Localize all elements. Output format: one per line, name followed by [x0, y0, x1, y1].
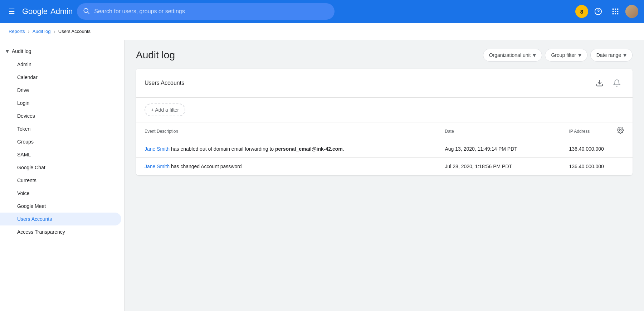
- audit-log-header: Audit log Organizational unit ▾ Group fi…: [136, 49, 633, 62]
- group-filter-chevron-icon: ▾: [578, 51, 581, 59]
- sidebar-item-login[interactable]: Login: [0, 97, 121, 110]
- card-actions: [592, 76, 624, 90]
- svg-rect-9: [617, 11, 619, 12]
- ip-address-cell: 136.40.000.000: [561, 158, 633, 175]
- svg-line-1: [88, 12, 89, 14]
- col-ip-address: IP Address: [561, 122, 633, 140]
- google-admin-logo: Google Admin: [22, 7, 73, 16]
- event-description-cell: Jane Smith has changed Account password: [136, 158, 436, 175]
- sidebar-item-voice[interactable]: Voice: [0, 187, 121, 200]
- svg-rect-4: [613, 9, 614, 10]
- table-row: Jane Smith has changed Account passwordJ…: [136, 158, 633, 175]
- sidebar-item-calendar[interactable]: Calendar: [0, 71, 121, 84]
- date-cell: Aug 13, 2020, 11:49:14 PM PDT: [436, 140, 561, 158]
- sidebar-item-google-chat[interactable]: Google Chat: [0, 161, 121, 174]
- audit-log-table: Event Description Date IP Address: [136, 122, 633, 175]
- sidebar: ▾ Audit log AdminCalendarDriveLoginDevic…: [0, 40, 125, 311]
- col-date: Date: [436, 122, 561, 140]
- sidebar-item-groups[interactable]: Groups: [0, 135, 121, 148]
- svg-rect-6: [617, 9, 619, 10]
- card-header: Users Accounts: [136, 69, 633, 98]
- table-row: Jane Smith has enabled out of domain ema…: [136, 140, 633, 158]
- table-body: Jane Smith has enabled out of domain ema…: [136, 140, 633, 175]
- search-bar[interactable]: [77, 3, 335, 20]
- add-filter-label: + Add a filter: [151, 107, 179, 113]
- top-navigation: ☰ Google Admin 8: [0, 0, 644, 23]
- date-range-filter-button[interactable]: Date range ▾: [590, 49, 633, 62]
- org-unit-filter-label: Organizational unit: [489, 52, 531, 58]
- breadcrumb-current: Users Accounts: [58, 29, 91, 34]
- users-accounts-card: Users Accounts: [136, 69, 633, 175]
- search-input[interactable]: [94, 8, 329, 15]
- collapse-arrow-icon: ▾: [6, 47, 9, 55]
- svg-rect-12: [617, 13, 619, 15]
- hamburger-menu-icon[interactable]: ☰: [6, 4, 18, 19]
- user-link[interactable]: Jane Smith: [145, 164, 170, 169]
- breadcrumb-sep-1: ›: [28, 28, 30, 35]
- download-button[interactable]: [592, 76, 607, 90]
- group-filter-label: Group filter: [551, 52, 576, 58]
- nav-right-actions: 8: [575, 4, 638, 19]
- org-unit-chevron-icon: ▾: [533, 51, 536, 59]
- user-link[interactable]: Jane Smith: [145, 146, 170, 152]
- main-layout: ▾ Audit log AdminCalendarDriveLoginDevic…: [0, 40, 644, 311]
- svg-rect-8: [615, 11, 616, 12]
- logo-google-text: Google: [22, 7, 48, 16]
- sidebar-item-currents[interactable]: Currents: [0, 174, 121, 187]
- user-avatar[interactable]: [625, 5, 638, 18]
- breadcrumb: Reports › Audit log › Users Accounts: [0, 23, 644, 40]
- svg-rect-7: [613, 11, 614, 12]
- sidebar-item-admin[interactable]: Admin: [0, 58, 121, 71]
- sidebar-section-label: Audit log: [12, 48, 31, 54]
- sidebar-item-token[interactable]: Token: [0, 122, 121, 135]
- page-title: Audit log: [136, 49, 175, 61]
- column-settings-gear-icon[interactable]: [617, 127, 624, 136]
- add-filter-button[interactable]: + Add a filter: [145, 103, 185, 116]
- apps-icon[interactable]: [608, 4, 623, 19]
- sidebar-item-devices[interactable]: Devices: [0, 110, 121, 122]
- breadcrumb-reports[interactable]: Reports: [9, 29, 25, 34]
- sidebar-audit-log-section: ▾ Audit log AdminCalendarDriveLoginDevic…: [0, 43, 124, 240]
- sidebar-item-users-accounts[interactable]: Users Accounts: [0, 213, 121, 225]
- group-filter-button[interactable]: Group filter ▾: [545, 49, 587, 62]
- help-button[interactable]: [591, 4, 605, 19]
- notification-badge[interactable]: 8: [575, 5, 588, 18]
- sidebar-item-google-meet[interactable]: Google Meet: [0, 200, 121, 213]
- alert-bell-button[interactable]: [610, 76, 624, 90]
- logo-admin-text: Admin: [50, 7, 73, 16]
- sidebar-item-access-transparency[interactable]: Access Transparency: [0, 225, 121, 238]
- date-range-filter-label: Date range: [596, 52, 621, 58]
- svg-rect-10: [613, 13, 614, 15]
- date-cell: Jul 28, 2020, 1:18:56 PM PDT: [436, 158, 561, 175]
- search-icon: [83, 7, 90, 16]
- ip-address-cell: 136.40.000.000: [561, 140, 633, 158]
- sidebar-item-drive[interactable]: Drive: [0, 84, 121, 97]
- breadcrumb-sep-2: ›: [53, 28, 55, 35]
- svg-point-0: [84, 8, 88, 13]
- sidebar-section-header[interactable]: ▾ Audit log: [0, 44, 124, 58]
- filter-row: + Add a filter: [136, 98, 633, 122]
- sidebar-item-saml[interactable]: SAML: [0, 148, 121, 161]
- breadcrumb-audit-log[interactable]: Audit log: [33, 29, 51, 34]
- svg-rect-11: [615, 13, 616, 15]
- org-unit-filter-button[interactable]: Organizational unit ▾: [483, 49, 542, 62]
- card-title: Users Accounts: [145, 80, 184, 86]
- filter-buttons-group: Organizational unit ▾ Group filter ▾ Dat…: [483, 49, 633, 62]
- svg-rect-5: [615, 9, 616, 10]
- main-content: Audit log Organizational unit ▾ Group fi…: [125, 40, 644, 311]
- svg-point-14: [620, 130, 621, 131]
- col-event-description: Event Description: [136, 122, 436, 140]
- date-range-chevron-icon: ▾: [623, 51, 626, 59]
- sidebar-items-list: AdminCalendarDriveLoginDevicesTokenGroup…: [0, 58, 124, 238]
- event-description-cell: Jane Smith has enabled out of domain ema…: [136, 140, 436, 158]
- bold-email: personal_email@ink-42.com: [275, 146, 343, 152]
